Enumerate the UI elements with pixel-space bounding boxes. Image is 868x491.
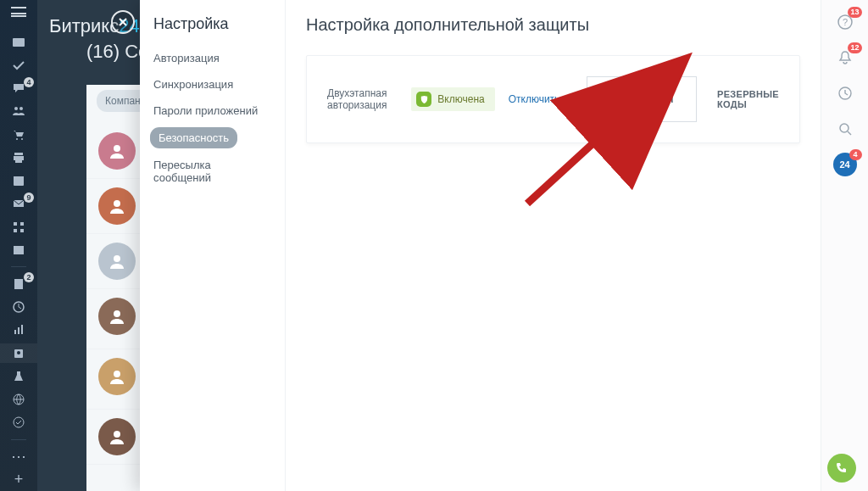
twofa-state-chip: Включена	[411, 87, 494, 111]
clock-icon	[837, 86, 853, 101]
help-button[interactable]: ? 13	[833, 10, 857, 34]
svg-point-28	[114, 255, 120, 262]
nav-auth[interactable]: Авторизация	[140, 45, 285, 71]
svg-rect-0	[13, 38, 25, 47]
svg-rect-14	[20, 229, 24, 232]
rail-item-print[interactable]	[0, 148, 37, 167]
nav-security[interactable]: Безопасность	[150, 127, 237, 148]
call-button[interactable]	[827, 454, 856, 483]
search-icon	[837, 121, 853, 137]
nav-sync[interactable]: Синхронизация	[140, 71, 285, 98]
rail-item-mail[interactable]: 9	[0, 194, 37, 214]
svg-rect-13	[14, 229, 17, 232]
rail-item-window[interactable]	[0, 240, 37, 259]
rail-item-flask[interactable]	[0, 366, 37, 386]
rail-item-profile[interactable]	[0, 343, 37, 363]
rail-item-chat[interactable]: 4	[0, 79, 37, 98]
rail-item-time[interactable]	[0, 298, 37, 317]
b24-badge: 4	[849, 149, 862, 160]
close-icon	[117, 16, 129, 28]
avatar	[98, 358, 136, 395]
rail-item-add[interactable]: +	[0, 470, 37, 489]
twofa-label: Двухэтапная авторизация	[327, 87, 398, 111]
twofa-state-text: Включена	[437, 93, 484, 105]
svg-rect-7	[15, 159, 22, 163]
rail-item-done[interactable]	[0, 413, 37, 432]
right-rail: ? 13 12 24 4	[821, 0, 868, 491]
settings-body-title: Настройка дополнительной защиты	[306, 15, 800, 35]
menu-icon[interactable]	[11, 7, 26, 17]
svg-point-25	[14, 417, 24, 427]
b24-chip-label: 24	[839, 159, 849, 170]
svg-rect-20	[18, 327, 19, 334]
left-rail: 4 9 2 ⋯ +	[0, 0, 37, 491]
svg-point-4	[21, 138, 23, 140]
rail-item-globe[interactable]	[0, 389, 37, 409]
b24-chip[interactable]: 24 4	[833, 153, 857, 176]
svg-point-31	[114, 431, 120, 438]
svg-rect-16	[14, 246, 24, 248]
svg-point-36	[840, 124, 849, 132]
avatar	[98, 132, 136, 170]
rail-item-calendar[interactable]	[0, 171, 37, 191]
svg-rect-5	[14, 153, 23, 155]
rail-item-apps[interactable]	[0, 217, 37, 237]
phone-changed-button[interactable]: У МЕНЯ ПОМЕНЯЛСЯ ТЕЛЕФОН	[587, 76, 697, 122]
avatar	[98, 298, 136, 335]
svg-rect-9	[14, 176, 24, 179]
svg-rect-21	[21, 325, 23, 334]
svg-point-30	[114, 371, 120, 377]
svg-point-26	[114, 145, 120, 152]
shield-icon	[416, 92, 431, 107]
settings-nav: Настройка Авторизация Синхронизация Паро…	[140, 0, 286, 491]
rail-badge-tasks: 2	[24, 272, 34, 282]
svg-rect-17	[14, 279, 23, 289]
notifications-button[interactable]: 12	[833, 46, 857, 70]
nav-forwarding[interactable]: Пересылка сообщений	[140, 152, 285, 191]
rail-item-check[interactable]	[0, 55, 37, 75]
phone-icon	[835, 461, 849, 475]
svg-rect-11	[14, 222, 17, 226]
rail-item-stats[interactable]	[0, 321, 37, 340]
rail-separator	[11, 266, 26, 267]
rail-item-tasks[interactable]: 2	[0, 274, 37, 293]
settings-panel: Настройка Авторизация Синхронизация Паро…	[140, 0, 821, 491]
nav-app-passwords[interactable]: Пароли приложений	[140, 98, 285, 124]
twofa-disable-link[interactable]: Отключить	[509, 93, 560, 105]
settings-body: Настройка дополнительной защиты Двухэтап…	[286, 0, 821, 491]
avatar	[98, 187, 136, 225]
clock-button[interactable]	[833, 81, 857, 105]
svg-point-29	[114, 310, 120, 317]
help-badge: 13	[848, 7, 861, 18]
svg-point-3	[16, 138, 18, 140]
avatar	[98, 243, 136, 280]
svg-rect-12	[20, 222, 24, 226]
rail-badge-mail: 9	[24, 192, 34, 203]
twofa-panel: Двухэтапная авторизация Включена Отключи…	[306, 55, 800, 143]
backup-codes-button[interactable]: РЕЗЕРВНЫЕ КОДЫ	[717, 89, 779, 109]
settings-nav-title: Настройка	[140, 14, 285, 45]
rail-badge-chat: 4	[24, 77, 34, 87]
bell-badge: 12	[848, 42, 861, 53]
svg-point-27	[114, 200, 120, 207]
rail-item-dashboard[interactable]	[0, 32, 37, 52]
brand-text: Битрикс	[49, 15, 119, 36]
rail-separator-2	[11, 439, 26, 440]
close-button[interactable]	[111, 10, 135, 34]
svg-rect-19	[14, 330, 16, 334]
svg-point-2	[19, 107, 23, 110]
svg-text:?: ?	[842, 17, 847, 27]
svg-point-23	[17, 351, 20, 354]
rail-item-more[interactable]: ⋯	[0, 447, 37, 466]
svg-point-1	[14, 107, 18, 110]
rail-item-users[interactable]	[0, 102, 37, 121]
search-button[interactable]	[833, 117, 857, 141]
rail-item-cart[interactable]	[0, 125, 37, 144]
avatar	[98, 418, 136, 455]
